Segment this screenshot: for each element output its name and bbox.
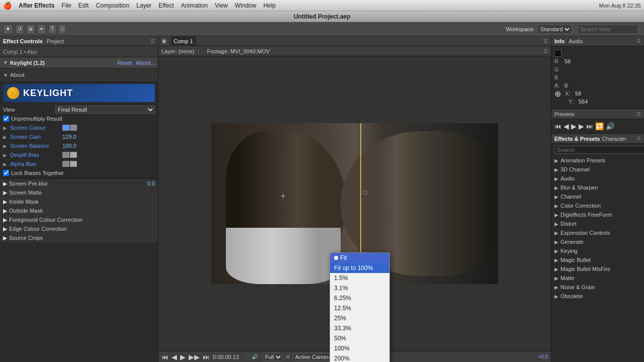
dropdown-item-200[interactable]: 200% [330, 353, 389, 362]
dropdown-item-12.5[interactable]: 12.5% [330, 303, 389, 313]
category-animation-presets[interactable]: ▶ Animation Presets [551, 156, 644, 165]
preview-play-button[interactable]: ▶ [571, 122, 577, 130]
panel-menu-icon[interactable]: ☰ [150, 38, 155, 44]
selection-tool[interactable]: ▼ [3, 24, 13, 34]
menu-edit[interactable]: Edit [78, 2, 89, 9]
foreground-expand-icon[interactable]: ▶ [3, 217, 7, 223]
info-panel-menu-icon[interactable]: ☰ [636, 38, 641, 44]
dropdown-item-25[interactable]: 25% [330, 313, 389, 323]
tab-audio[interactable]: Audio [569, 38, 583, 44]
screen-matte-header[interactable]: ▶ Screen Matte [0, 188, 158, 197]
3d-channel-expand-icon[interactable]: ▶ [554, 167, 558, 172]
menu-animation[interactable]: Animation [181, 2, 208, 9]
screen-colour-label[interactable]: Screen Colour [10, 125, 60, 131]
play-button[interactable]: ▶ [180, 353, 186, 361]
effects-search-input[interactable] [554, 146, 644, 154]
apple-logo-icon[interactable]: 🍎 [3, 2, 12, 10]
view-select[interactable]: Final Result [55, 106, 155, 114]
screen-gain-value[interactable]: 129.0 [62, 134, 76, 140]
category-audio[interactable]: ▶ Audio [551, 174, 644, 183]
category-digieffects[interactable]: ▶ Digieffects FreeForm [551, 210, 644, 219]
about-triangle-icon[interactable]: ▼ [3, 72, 8, 78]
category-matte[interactable]: ▶ Matte [551, 274, 644, 283]
category-color-correction[interactable]: ▶ Color Correction [551, 201, 644, 210]
screen-balance-expand-icon[interactable]: ▶ [3, 143, 7, 149]
tab-effects-presets[interactable]: Effects & Presets [554, 136, 600, 142]
noise-expand-icon[interactable]: ▶ [554, 285, 558, 290]
source-crops-header[interactable]: ▶ Source Crops [0, 233, 158, 242]
category-distort[interactable]: ▶ Distort [551, 219, 644, 228]
lock-biases-checkbox[interactable] [3, 170, 9, 176]
category-noise-grain[interactable]: ▶ Noise & Grain [551, 283, 644, 292]
menu-file[interactable]: File [61, 2, 71, 9]
preview-skip-end-button[interactable]: ⏭ [586, 122, 593, 130]
keylight-about-button[interactable]: About... [136, 60, 155, 66]
screen-gain-label[interactable]: Screen Gain [10, 134, 60, 140]
tab-effect-controls[interactable]: Effect Controls [3, 38, 43, 44]
unpremultiply-checkbox[interactable] [3, 116, 9, 122]
magic-bullet-expand-icon[interactable]: ▶ [554, 257, 558, 263]
screen-colour-swatch1[interactable] [62, 125, 69, 131]
inside-mask-expand-icon[interactable]: ▶ [3, 199, 7, 205]
screen-gain-expand-icon[interactable]: ▶ [3, 134, 7, 140]
alpha-bias-swatch1[interactable] [62, 161, 69, 167]
expression-expand-icon[interactable]: ▶ [554, 230, 558, 236]
edge-colour-header[interactable]: ▶ Edge Colour Correction [0, 224, 158, 233]
comp-tab-comp1[interactable]: Comp 1 [171, 36, 196, 46]
misfire-expand-icon[interactable]: ▶ [554, 266, 558, 272]
alpha-bias-swatch2[interactable] [70, 161, 77, 167]
menu-view[interactable]: View [215, 2, 228, 9]
preview-skip-start-button[interactable]: ⏮ [554, 122, 561, 130]
color-expand-icon[interactable]: ▶ [554, 203, 558, 209]
tab-project[interactable]: Project [47, 38, 64, 44]
viewer-grid-icon[interactable]: ⊞ [286, 354, 290, 359]
zoom-select[interactable]: Full [263, 353, 283, 361]
despill-bias-swatch1[interactable] [62, 152, 69, 158]
foreground-colour-header[interactable]: ▶ Foreground Colour Correction [0, 215, 158, 224]
distort-expand-icon[interactable]: ▶ [554, 221, 558, 227]
tab-character[interactable]: Character [602, 136, 626, 142]
keylight-triangle-icon[interactable]: ▼ [3, 60, 8, 65]
dropdown-item-6.25[interactable]: 6.25% [330, 293, 389, 303]
category-magic-bullet-misfire[interactable]: ▶ Magic Bullet MisFire [551, 264, 644, 274]
dropdown-item-100[interactable]: 100% [330, 343, 389, 353]
inside-mask-header[interactable]: ▶ Inside Mask [0, 197, 158, 206]
preview-next-button[interactable]: ▶ [579, 122, 584, 130]
rotate-tool[interactable]: ↺ [15, 24, 24, 34]
tab-info[interactable]: Info [554, 38, 565, 44]
effects-panel-menu-icon[interactable]: ☰ [636, 136, 641, 141]
preview-loop-button[interactable]: 🔁 [595, 122, 604, 130]
camera-tool[interactable]: ⊕ [26, 24, 35, 34]
category-keying[interactable]: ▶ Keying [551, 246, 644, 255]
anim-presets-expand-icon[interactable]: ▶ [554, 158, 558, 163]
comp-panel-menu-icon[interactable]: ☰ [543, 38, 548, 44]
screen-matte-expand-icon[interactable]: ▶ [3, 190, 7, 196]
layer-tab-none[interactable]: Layer: (none) [162, 48, 194, 54]
source-crops-expand-icon[interactable]: ▶ [3, 235, 7, 241]
skip-to-start-button[interactable]: ⏮ [162, 353, 169, 361]
screen-balance-label[interactable]: Screen Balance [10, 143, 60, 149]
category-obsolete[interactable]: ▶ Obsolete [551, 292, 644, 301]
shape-tool[interactable]: □ [58, 24, 66, 34]
skip-to-end-button[interactable]: ⏭ [203, 353, 210, 361]
category-blur-sharpen[interactable]: ▶ Blur & Sharpen [551, 183, 644, 192]
despill-bias-swatch2[interactable] [70, 152, 77, 158]
keying-expand-icon[interactable]: ▶ [554, 248, 558, 254]
dropdown-item-3.1[interactable]: 3.1% [330, 283, 389, 293]
dropdown-item-33.3[interactable]: 33.3% [330, 323, 389, 333]
footage-tab[interactable]: Footage: MVI_0040.MOV [207, 48, 270, 54]
screen-preblur-expand-icon[interactable]: ▶ [3, 180, 7, 187]
blur-expand-icon[interactable]: ▶ [554, 185, 558, 191]
preview-tab[interactable]: Preview [554, 111, 574, 117]
pen-tool[interactable]: ✒ [37, 24, 46, 34]
matte-expand-icon[interactable]: ▶ [554, 276, 558, 281]
keylight-reset-button[interactable]: Reset [117, 60, 132, 66]
preview-prev-button[interactable]: ◀ [564, 122, 569, 130]
menu-help[interactable]: Help [263, 2, 276, 9]
dropdown-item-50[interactable]: 50% [330, 333, 389, 343]
menu-effect[interactable]: Effect [158, 2, 174, 9]
despill-bias-label[interactable]: Despill Bias [10, 152, 60, 158]
menu-window[interactable]: Window [235, 2, 257, 9]
prev-frame-button[interactable]: ◀ [172, 353, 177, 361]
channel-expand-icon[interactable]: ▶ [554, 194, 558, 200]
